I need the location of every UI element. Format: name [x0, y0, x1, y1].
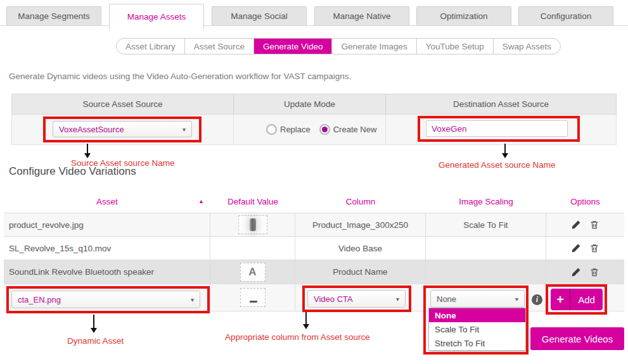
tab-manage-segments[interactable]: Manage Segments	[6, 6, 101, 25]
sort-asc-icon: ▲	[198, 198, 204, 204]
column-cell: Video Base	[295, 237, 426, 260]
header-destination-asset-source: Destination Asset Source	[386, 94, 616, 114]
radio-circle-icon	[266, 124, 277, 135]
page-description: Generate Dynamic videos using the Video …	[9, 72, 351, 81]
variations-header: Asset ▲ Default Value Column Image Scali…	[4, 190, 624, 213]
column-cell: Product Name	[295, 260, 426, 284]
asset-cell: SL_Revolve_15s_q10.mov	[4, 237, 210, 260]
annotation-column-hint: Appropriate column from Asset source	[225, 332, 370, 342]
plus-icon: +	[551, 289, 570, 310]
product-image-thumbnail	[238, 215, 267, 234]
underscore-default-glyph	[240, 288, 266, 307]
source-asset-dropdown[interactable]: VoxeAssetSource ▾	[53, 121, 192, 137]
radio-replace-label: Replace	[280, 125, 311, 134]
tab-label: Manage Assets	[127, 12, 186, 22]
image-scaling-option-list: None Scale To Fit Stretch To Fit	[428, 308, 526, 351]
radio-replace[interactable]: Replace	[266, 124, 311, 135]
option-scale-to-fit[interactable]: Scale To Fit	[429, 322, 525, 336]
section-title: Configure Video Variations	[9, 165, 136, 178]
subtab-generate-images[interactable]: Generate Images	[331, 39, 416, 54]
tab-configuration[interactable]: Configuration	[518, 6, 613, 25]
option-none[interactable]: None	[429, 308, 525, 322]
tab-manage-assets[interactable]: Manage Assets	[109, 4, 204, 29]
arrow-annotation-generated	[504, 144, 506, 154]
image-scaling-cell	[426, 237, 546, 260]
arrow-annotation-column	[305, 312, 307, 325]
chevron-down-icon: ▾	[183, 126, 186, 133]
subtab-asset-source[interactable]: Asset Source	[184, 39, 253, 54]
arrow-annotation-source	[87, 144, 88, 154]
subtab-asset-library[interactable]: Asset Library	[117, 39, 184, 54]
option-stretch-to-fit[interactable]: Stretch To Fit	[429, 336, 525, 350]
subtab-bar: Asset Library Asset Source Generate Vide…	[116, 38, 561, 54]
subtab-generate-video[interactable]: Generate Video	[253, 39, 331, 54]
column-header-image-scaling[interactable]: Image Scaling	[426, 190, 546, 213]
table-row: product_revolve.jpg Product_Image_300x25…	[4, 213, 624, 237]
default-value-cell	[210, 284, 295, 311]
asset-cell: product_revolve.jpg	[4, 213, 210, 236]
delete-trash-icon[interactable]	[589, 267, 599, 277]
radio-create-new[interactable]: Create New	[319, 124, 377, 135]
image-scaling-cell	[426, 260, 546, 284]
image-scaling-dropdown[interactable]: None ▾	[430, 290, 525, 308]
column-dropdown[interactable]: Video CTA ▾	[307, 290, 406, 308]
default-value-cell	[210, 213, 295, 236]
options-cell	[546, 213, 624, 236]
column-header-default-value[interactable]: Default Value	[210, 190, 295, 213]
asset-source-table-header: Source Asset Source Update Mode Destinat…	[11, 94, 617, 115]
text-default-glyph: A	[240, 263, 266, 282]
tab-label: Manage Social	[231, 11, 287, 21]
destination-asset-input[interactable]	[426, 120, 568, 137]
speaker-image	[250, 218, 256, 231]
add-button[interactable]: + Add	[551, 289, 603, 310]
source-asset-dropdown-value: VoxeAssetSource	[59, 125, 179, 134]
annotation-dynamic-asset: Dynamic Asset	[67, 336, 124, 346]
subtab-swap-assets[interactable]: Swap Assets	[493, 39, 560, 54]
chevron-down-icon: ▾	[191, 296, 194, 303]
radio-create-new-label: Create New	[333, 125, 377, 134]
update-mode-radios: Replace Create New	[266, 124, 376, 135]
add-button-label: Add	[570, 289, 603, 310]
tab-label: Manage Segments	[18, 11, 89, 21]
chevron-down-icon: ▾	[396, 296, 399, 303]
radio-selected-icon	[319, 124, 330, 135]
tab-manage-native[interactable]: Manage Native	[314, 6, 409, 25]
tab-optimization[interactable]: Optimization	[416, 6, 511, 25]
table-row-selected: SoundLink Revolve Bluetooth speaker A Pr…	[4, 260, 624, 284]
tab-manage-social[interactable]: Manage Social	[212, 6, 307, 25]
annotation-generated-name: Generated Asset source Name	[439, 160, 556, 170]
tab-label: Configuration	[541, 11, 591, 21]
image-scaling-dropdown-value: None	[437, 294, 511, 304]
default-value-cell: A	[210, 260, 295, 284]
arrow-annotation-dynamic-asset	[93, 315, 94, 329]
column-cell: Product_Image_300x250	[295, 213, 426, 236]
edit-pencil-icon[interactable]	[571, 220, 581, 230]
header-source-asset-source: Source Asset Source	[12, 94, 234, 114]
tab-label: Optimization	[440, 11, 487, 21]
image-scaling-cell: Scale To Fit	[426, 213, 546, 236]
generate-videos-button[interactable]: Generate Videos	[530, 327, 624, 350]
options-cell	[546, 237, 624, 260]
column-header-column[interactable]: Column	[295, 190, 426, 213]
table-row: SL_Revolve_15s_q10.mov Video Base	[4, 237, 624, 260]
tab-label: Manage Native	[333, 11, 391, 21]
dynamic-asset-dropdown-value: cta_EN.png	[18, 295, 187, 304]
asset-cell: SoundLink Revolve Bluetooth speaker	[4, 260, 210, 284]
column-dropdown-value: Video CTA	[314, 294, 392, 304]
delete-trash-icon[interactable]	[589, 220, 599, 230]
default-value-cell	[210, 237, 295, 260]
column-header-options[interactable]: Options	[546, 190, 624, 213]
edit-pencil-icon[interactable]	[571, 267, 581, 277]
dynamic-asset-dropdown[interactable]: cta_EN.png ▾	[11, 291, 200, 308]
edit-pencil-icon[interactable]	[571, 243, 581, 253]
subtab-youtube-setup[interactable]: YouTube Setup	[416, 39, 493, 54]
column-header-asset[interactable]: Asset ▲	[4, 190, 210, 213]
tabbar-divider	[0, 25, 628, 26]
delete-trash-icon[interactable]	[589, 243, 599, 253]
options-cell	[546, 260, 624, 284]
column-header-label: Asset	[96, 197, 118, 206]
chevron-down-icon: ▾	[515, 296, 518, 303]
header-update-mode: Update Mode	[234, 94, 386, 114]
info-icon[interactable]: i	[532, 294, 542, 305]
